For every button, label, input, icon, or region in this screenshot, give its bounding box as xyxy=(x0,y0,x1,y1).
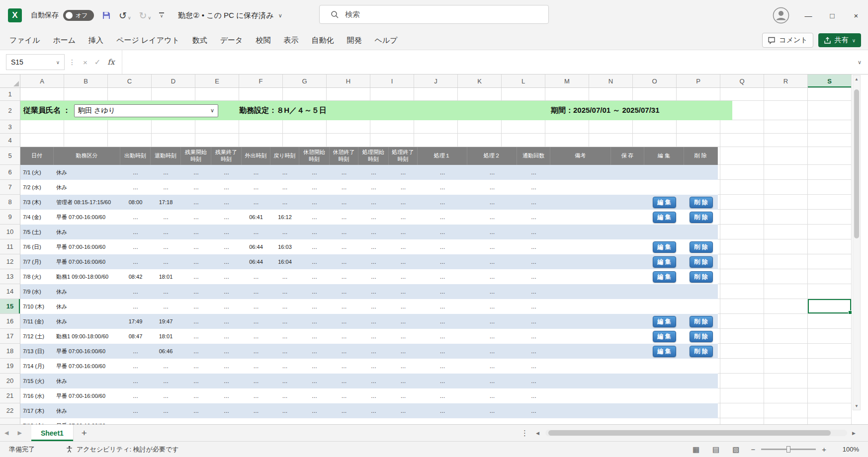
row-header-14[interactable]: 14 xyxy=(0,284,20,299)
row-header-3[interactable]: 3 xyxy=(0,120,20,134)
formula-input[interactable] xyxy=(122,50,851,74)
share-button[interactable]: 共有 ∨ xyxy=(818,33,861,47)
maximize-button[interactable]: □ xyxy=(820,0,844,31)
name-box[interactable]: S15 ∨ xyxy=(6,54,65,70)
zoom-level[interactable]: 100% xyxy=(837,446,859,453)
vertical-scrollbar-thumb[interactable] xyxy=(854,89,859,238)
row-header-5[interactable]: 5 xyxy=(0,147,20,165)
ribbon-tab-4[interactable]: 数式 xyxy=(186,31,214,50)
confirm-entry-button[interactable]: ✓ xyxy=(94,58,101,67)
ribbon-tab-10[interactable]: ヘルプ xyxy=(368,31,404,50)
row-header-7[interactable]: 7 xyxy=(0,180,20,195)
row-header-13[interactable]: 13 xyxy=(0,269,20,284)
row-header-19[interactable]: 19 xyxy=(0,359,20,374)
zoom-slider[interactable] xyxy=(761,449,816,450)
redo-button[interactable]: ↻ ∨ xyxy=(139,11,152,20)
search-box[interactable]: 検索 xyxy=(319,5,549,24)
row-header-21[interactable]: 21 xyxy=(0,388,20,403)
column-header-J[interactable]: J xyxy=(414,75,458,87)
column-header-C[interactable]: C xyxy=(108,75,152,87)
comments-button[interactable]: コメント xyxy=(762,33,813,48)
delete-button[interactable]: 削 除 xyxy=(690,241,713,253)
minimize-button[interactable]: — xyxy=(796,0,820,31)
document-title[interactable]: 勤怠② • この PC に保存済み ∨ xyxy=(178,11,282,20)
active-cell-selection[interactable] xyxy=(808,299,851,313)
accessibility-status[interactable]: アクセシビリティ: 検討が必要です xyxy=(66,445,179,454)
ribbon-tab-6[interactable]: 校閲 xyxy=(249,31,277,50)
row-header-20[interactable]: 20 xyxy=(0,374,20,388)
edit-button[interactable]: 編 集 xyxy=(653,212,676,223)
column-header-G[interactable]: G xyxy=(283,75,327,87)
row-header-18[interactable]: 18 xyxy=(0,344,20,359)
delete-button[interactable]: 削 除 xyxy=(690,346,713,357)
insert-function-button[interactable]: fx xyxy=(107,58,114,67)
column-header-L[interactable]: L xyxy=(502,75,545,87)
column-header-K[interactable]: K xyxy=(458,75,502,87)
ribbon-tab-8[interactable]: 自動化 xyxy=(305,31,340,50)
page-break-view-button[interactable]: ▧ xyxy=(726,445,746,454)
column-header-D[interactable]: D xyxy=(152,75,195,87)
row-header-12[interactable]: 12 xyxy=(0,254,20,269)
name-box-resize-handle[interactable]: ⋮ xyxy=(69,58,76,66)
sheet-tab-sheet1[interactable]: Sheet1 xyxy=(31,425,74,441)
edit-button[interactable]: 編 集 xyxy=(653,346,676,357)
delete-button[interactable]: 削 除 xyxy=(690,316,713,327)
cell-grid[interactable]: 従業員氏名 ： 駒田 さゆり ∨ 勤務設定：８H／４～５日 期間：2025/07… xyxy=(20,88,852,424)
horizontal-scrollbar-thumb[interactable] xyxy=(548,430,831,436)
cancel-entry-button[interactable]: × xyxy=(83,58,87,67)
ribbon-tab-0[interactable]: ファイル xyxy=(3,31,46,50)
column-header-I[interactable]: I xyxy=(370,75,414,87)
column-header-B[interactable]: B xyxy=(64,75,108,87)
select-all-corner[interactable] xyxy=(0,75,20,88)
column-header-N[interactable]: N xyxy=(589,75,633,87)
edit-button[interactable]: 編 集 xyxy=(653,316,676,327)
undo-button[interactable]: ↺ ∨ xyxy=(119,11,131,20)
delete-button[interactable]: 削 除 xyxy=(690,271,713,283)
employee-select[interactable]: 駒田 さゆり ∨ xyxy=(74,104,218,117)
column-header-P[interactable]: P xyxy=(677,75,720,87)
column-header-H[interactable]: H xyxy=(327,75,370,87)
edit-button[interactable]: 編 集 xyxy=(653,331,676,342)
delete-button[interactable]: 削 除 xyxy=(690,197,713,208)
row-header-4[interactable]: 4 xyxy=(0,134,20,147)
row-header-2[interactable]: 2 xyxy=(0,101,20,120)
user-avatar[interactable] xyxy=(773,7,789,24)
ribbon-tab-3[interactable]: ページ レイアウト xyxy=(110,31,186,50)
row-header-22[interactable]: 22 xyxy=(0,403,20,418)
sheet-nav-right-icon[interactable]: ▶ xyxy=(13,430,26,436)
ribbon-tab-7[interactable]: 表示 xyxy=(277,31,305,50)
ribbon-tab-1[interactable]: ホーム xyxy=(46,31,82,50)
page-layout-view-button[interactable]: ▤ xyxy=(706,445,726,454)
column-header-O[interactable]: O xyxy=(633,75,677,87)
normal-view-button[interactable]: ▦ xyxy=(686,445,706,454)
scroll-up-icon[interactable]: ▲ xyxy=(853,77,860,81)
hscroll-right-icon[interactable]: ▶ xyxy=(852,431,856,436)
column-header-A[interactable]: A xyxy=(20,75,64,87)
vertical-scrollbar[interactable]: ▲ ▼ xyxy=(853,75,861,410)
column-header-M[interactable]: M xyxy=(545,75,589,87)
hscroll-left-icon[interactable]: ◀ xyxy=(536,431,539,436)
row-header-11[interactable]: 11 xyxy=(0,239,20,254)
sheet-nav-left-icon[interactable]: ◀ xyxy=(0,430,13,436)
zoom-slider-knob[interactable] xyxy=(786,446,790,453)
expand-formula-bar-icon[interactable]: ∨ xyxy=(851,59,868,66)
column-header-E[interactable]: E xyxy=(195,75,239,87)
row-header-15[interactable]: 15 xyxy=(0,299,20,314)
row-header-17[interactable]: 17 xyxy=(0,329,20,344)
edit-button[interactable]: 編 集 xyxy=(653,256,676,268)
zoom-out-button[interactable]: − xyxy=(746,445,760,454)
delete-button[interactable]: 削 除 xyxy=(690,256,713,268)
column-header-Q[interactable]: Q xyxy=(720,75,764,87)
tabbar-more-icon[interactable]: ⋮ xyxy=(521,429,528,438)
delete-button[interactable]: 削 除 xyxy=(690,331,713,342)
column-header-R[interactable]: R xyxy=(764,75,808,87)
zoom-in-button[interactable]: + xyxy=(817,445,831,454)
edit-button[interactable]: 編 集 xyxy=(653,197,676,208)
edit-button[interactable]: 編 集 xyxy=(653,241,676,253)
row-header-9[interactable]: 9 xyxy=(0,210,20,225)
customize-qat-button[interactable]: ∨ xyxy=(159,12,164,18)
ribbon-tab-9[interactable]: 開発 xyxy=(340,31,368,50)
close-button[interactable]: × xyxy=(844,0,868,31)
row-header-6[interactable]: 6 xyxy=(0,165,20,180)
save-button[interactable] xyxy=(102,11,111,20)
